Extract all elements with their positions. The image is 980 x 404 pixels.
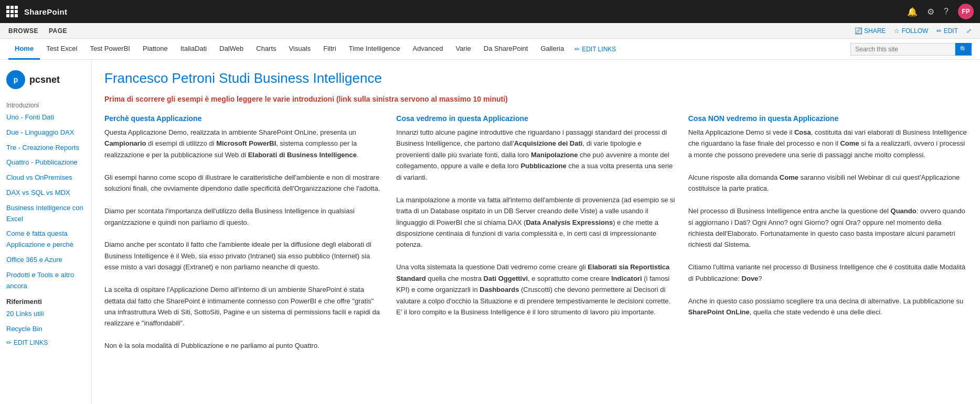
three-column-layout: Perchè questa Applicazione Questa Applic… — [104, 114, 967, 352]
logo-icon: p — [6, 70, 25, 89]
waffle-icon[interactable] — [6, 6, 16, 17]
avatar[interactable]: FP — [958, 4, 974, 19]
nav-edit-links[interactable]: ✏ EDIT LINKS — [574, 46, 616, 53]
sidebar-section-introduzioni: Introduzioni — [0, 97, 91, 110]
sidebar-item-due[interactable]: Due - Linguaggio DAX — [0, 125, 91, 140]
sidebar-item-come[interactable]: Come è fatta questa Applicazione e perch… — [0, 226, 91, 253]
logo-text: pcsnet — [29, 74, 60, 85]
col-1-body: Questa Applicazione Demo, realizzata in … — [104, 127, 384, 352]
edit-button[interactable]: ✏ EDIT — [936, 27, 958, 35]
intro-text: Prima di scorrere gli esempi è meglio le… — [104, 94, 967, 105]
col-2: Cosa vedremo in questa Applicazione Inna… — [396, 114, 675, 352]
app-title: SharePoint — [24, 7, 67, 16]
sidebar-item-cloud[interactable]: Cloud vs OnPremises — [0, 170, 91, 185]
nav-search: 🔍 — [850, 43, 972, 56]
main-layout: p pcsnet Introduzioni Uno - Fonti Dati D… — [0, 60, 980, 404]
sidebar-edit-links-label: EDIT LINKS — [14, 339, 48, 346]
sidebar-item-links[interactable]: 20 Links utili — [0, 307, 91, 322]
sidebar-item-tre[interactable]: Tre - Creazione Reports — [0, 140, 91, 156]
settings-icon[interactable]: ⚙ — [927, 7, 934, 17]
sidebar-item-uno[interactable]: Uno - Fonti Dati — [0, 110, 91, 125]
sidebar-item-recycle[interactable]: Recycle Bin — [0, 322, 91, 337]
nav-item-italiadati[interactable]: ItaliaDati — [174, 39, 214, 60]
nav-item-charts[interactable]: Charts — [250, 39, 282, 60]
nav-bar: Home Test Excel Test PowerBI Piattone It… — [0, 39, 980, 60]
focus-icon[interactable]: ⤢ — [966, 27, 972, 35]
sidebar-logo: p pcsnet — [0, 66, 91, 97]
nav-item-visuals[interactable]: Visuals — [283, 39, 317, 60]
ribbon-bar: BROWSE PAGE 🔄 SHARE ☆ FOLLOW ✏ EDIT ⤢ — [0, 23, 980, 39]
search-button[interactable]: 🔍 — [955, 43, 972, 56]
top-bar-actions: 🔔 ⚙ ? FP — [907, 4, 974, 19]
col-1: Perchè questa Applicazione Questa Applic… — [104, 114, 384, 352]
ribbon-actions: 🔄 SHARE ☆ FOLLOW ✏ EDIT ⤢ — [855, 27, 972, 35]
nav-item-testpowerbi[interactable]: Test PowerBI — [83, 39, 136, 60]
search-input[interactable] — [850, 43, 955, 56]
col-2-title: Cosa vedremo in questa Applicazione — [396, 114, 675, 123]
sidebar-item-prodotti[interactable]: Prodotti e Tools e altro ancora — [0, 268, 91, 294]
top-bar: SharePoint 🔔 ⚙ ? FP — [0, 0, 980, 23]
sidebar-section-riferimenti: Riferimenti — [0, 293, 91, 307]
help-icon[interactable]: ? — [944, 7, 949, 16]
ribbon-tab-browse[interactable]: BROWSE — [8, 27, 38, 35]
notification-icon[interactable]: 🔔 — [907, 7, 918, 17]
sidebar: p pcsnet Introduzioni Uno - Fonti Dati D… — [0, 60, 92, 404]
nav-edit-links-label: EDIT LINKS — [582, 46, 616, 53]
nav-item-advanced[interactable]: Advanced — [407, 39, 450, 60]
nav-item-varie[interactable]: Varie — [449, 39, 477, 60]
nav-item-dalweb[interactable]: DalWeb — [213, 39, 250, 60]
sidebar-edit-links[interactable]: ✏ EDIT LINKS — [0, 337, 91, 348]
col-2-body: Innanzi tutto alcune pagine introduttive… — [396, 127, 675, 318]
sidebar-item-quattro[interactable]: Quattro - Pubblicazione — [0, 155, 91, 170]
col-3-title: Cosa NON vedremo in questa Applicazione — [688, 114, 967, 123]
nav-item-dasharepont[interactable]: Da SharePoint — [477, 39, 535, 60]
sidebar-item-office[interactable]: Office 365 e Azure — [0, 253, 91, 268]
col-3: Cosa NON vedremo in questa Applicazione … — [688, 114, 967, 352]
nav-item-galleria[interactable]: Galleria — [534, 39, 570, 60]
nav-item-filtri[interactable]: Filtri — [317, 39, 343, 60]
content-area: Francesco Petroni Studi Business Intelli… — [92, 60, 980, 404]
share-button[interactable]: 🔄 SHARE — [855, 27, 886, 35]
page-title: Francesco Petroni Studi Business Intelli… — [104, 70, 967, 86]
ribbon-tab-page[interactable]: PAGE — [49, 27, 67, 35]
nav-item-home[interactable]: Home — [8, 39, 40, 60]
col-3-body: Nella Applicazione Demo si vede il Cosa,… — [688, 127, 967, 318]
sidebar-item-dax[interactable]: DAX vs SQL vs MDX — [0, 185, 91, 201]
nav-item-timeintelligence[interactable]: Time Intelligence — [343, 39, 407, 60]
nav-item-piattone[interactable]: Piattone — [136, 39, 174, 60]
nav-item-testexcel[interactable]: Test Excel — [40, 39, 83, 60]
col-1-title: Perchè questa Applicazione — [104, 114, 384, 123]
pencil-icon-sidebar: ✏ — [6, 339, 12, 346]
pencil-icon: ✏ — [574, 46, 580, 53]
sidebar-item-bi[interactable]: Business Intelligence con Excel — [0, 201, 91, 227]
follow-button[interactable]: ☆ FOLLOW — [894, 27, 928, 35]
